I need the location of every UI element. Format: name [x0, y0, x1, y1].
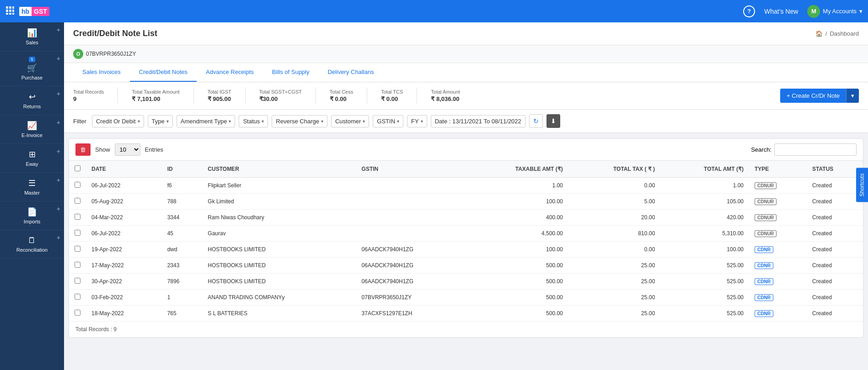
row-checkbox[interactable]	[75, 182, 80, 188]
select-all-checkbox[interactable]	[75, 165, 80, 171]
filter-customer[interactable]: Customer ▾	[331, 115, 369, 127]
whats-new-button[interactable]: What's New	[764, 8, 798, 15]
sidebar-item-reconciliation[interactable]: 🗒 Reconciliation +	[0, 230, 64, 259]
eway-icon: ⊞	[29, 149, 36, 159]
row-checkbox[interactable]	[75, 310, 80, 316]
sidebar-item-label: Returns	[23, 104, 41, 109]
row-customer: Gk Limited	[202, 194, 356, 210]
row-checkbox-cell[interactable]	[69, 226, 86, 242]
plus-icon[interactable]: +	[57, 55, 60, 62]
table-row[interactable]: 17-May-2022 2343 HOSTBOOKS LIMITED 06AAD…	[69, 258, 863, 274]
table-row[interactable]: 18-May-2022 765 S L BATTERIES 37ACXFS129…	[69, 306, 863, 322]
delete-button[interactable]: 🗑	[75, 143, 91, 156]
row-checkbox[interactable]	[75, 214, 80, 220]
table-row[interactable]: 19-Apr-2022 dwd HOSTBOOKS LIMITED 06AADC…	[69, 242, 863, 258]
select-all-header[interactable]	[69, 161, 86, 178]
create-btn-dropdown-arrow[interactable]: ▾	[846, 89, 859, 103]
table-row[interactable]: 04-Mar-2022 3344 Ram Niwas Choudhary 400…	[69, 210, 863, 226]
row-checkbox-cell[interactable]	[69, 194, 86, 210]
logo[interactable]: hb GST	[19, 7, 49, 16]
row-checkbox[interactable]	[75, 246, 80, 252]
tab-advance-receipts[interactable]: Advance Receipts	[197, 63, 263, 82]
row-date: 06-Jul-2022	[86, 178, 162, 194]
filter-date-range[interactable]: Date : 13/11/2021 To 08/11/2022	[431, 115, 525, 127]
search-input[interactable]	[774, 143, 857, 156]
row-checkbox[interactable]	[75, 230, 80, 236]
sidebar-item-master[interactable]: ☰ Master +	[0, 173, 64, 201]
entries-select[interactable]: 10 25 50 100	[115, 143, 140, 156]
plus-icon[interactable]: +	[57, 26, 60, 33]
plus-icon[interactable]: +	[57, 119, 60, 126]
filter-reverse-charge[interactable]: Reverse Charge ▾	[272, 115, 327, 127]
grid-icon[interactable]	[5, 6, 15, 16]
my-accounts-button[interactable]: M My Accounts ▾	[807, 5, 863, 18]
sidebar-item-eway[interactable]: ⊞ Eway +	[0, 144, 64, 173]
plus-icon[interactable]: +	[57, 90, 60, 97]
purchase-badge: 5	[29, 57, 35, 62]
create-cr-dr-note-button[interactable]: + Create Cr/Dr Note	[780, 89, 846, 103]
filter-status[interactable]: Status ▾	[239, 115, 268, 127]
download-button[interactable]: ⬇	[547, 114, 560, 128]
plus-icon[interactable]: +	[57, 205, 60, 212]
filter-amendment-type[interactable]: Amendment Type ▾	[177, 115, 236, 127]
table-row[interactable]: 06-Jul-2022 45 Gaurav 4,500.00 810.00 5,…	[69, 226, 863, 242]
sidebar: 📊 Sales + 5 🛒 Purchase + ↩ Returns + 📈 E…	[0, 22, 64, 343]
dropdown-arrow-icon: ▾	[262, 119, 264, 124]
table-row[interactable]: 05-Aug-2022 788 Gk Limited 100.00 5.00 1…	[69, 194, 863, 210]
shortcuts-tab[interactable]: Shortcuts	[856, 168, 868, 202]
row-checkbox-cell[interactable]	[69, 258, 86, 274]
tab-bills-of-supply[interactable]: Bills of Supply	[263, 63, 319, 82]
sidebar-item-label: Purchase	[21, 75, 43, 80]
row-customer: Ram Niwas Choudhary	[202, 210, 356, 226]
tab-delivery-challans[interactable]: Delivery Challans	[318, 63, 383, 82]
plus-icon[interactable]: +	[57, 176, 60, 184]
sidebar-item-returns[interactable]: ↩ Returns +	[0, 86, 64, 115]
row-checkbox-cell[interactable]	[69, 178, 86, 194]
row-checkbox[interactable]	[75, 262, 80, 268]
type-badge: CDNR	[755, 278, 773, 285]
row-taxable-amt: 500.00	[466, 290, 568, 306]
plus-icon[interactable]: +	[57, 148, 60, 155]
row-checkbox[interactable]	[75, 278, 80, 284]
plus-icon[interactable]: +	[57, 234, 60, 241]
tab-sales-invoices[interactable]: Sales Invoices	[73, 63, 130, 82]
row-checkbox-cell[interactable]	[69, 290, 86, 306]
svg-rect-8	[12, 13, 14, 15]
sidebar-item-imports[interactable]: 📄 Imports +	[0, 201, 64, 230]
refresh-button[interactable]: ↻	[529, 114, 543, 128]
row-checkbox[interactable]	[75, 294, 80, 300]
help-icon[interactable]: ?	[743, 5, 755, 17]
row-total-amt: 525.00	[660, 258, 749, 274]
row-type: CDNUR	[749, 226, 807, 242]
sidebar-item-sales[interactable]: 📊 Sales +	[0, 22, 64, 51]
row-checkbox-cell[interactable]	[69, 242, 86, 258]
tab-credit-debit-notes[interactable]: Credit/Debit Notes	[130, 63, 197, 82]
filter-fy[interactable]: FY ▾	[407, 115, 427, 127]
row-checkbox-cell[interactable]	[69, 306, 86, 322]
row-total-amt: 525.00	[660, 290, 749, 306]
date-range-label: Date : 13/11/2021 To 08/11/2022	[435, 118, 521, 125]
filter-type[interactable]: Type ▾	[148, 115, 173, 127]
summary-total-records: Total Records 9	[73, 89, 104, 102]
logo-gst: GST	[32, 7, 49, 16]
credit-or-debit-label: Credit Or Debit	[96, 118, 136, 125]
table-row[interactable]: 06-Jul-2022 f6 Flipkart Seller 1.00 0.00…	[69, 178, 863, 194]
row-taxable-amt: 4,500.00	[466, 226, 568, 242]
table-row[interactable]: 03-Feb-2022 1 ANAND TRADING COMPANYy 07B…	[69, 290, 863, 306]
filter-gstin[interactable]: GSTIN ▾	[373, 115, 403, 127]
home-icon[interactable]: 🏠	[815, 30, 823, 37]
row-checkbox[interactable]	[75, 198, 80, 204]
row-date: 30-Apr-2022	[86, 274, 162, 290]
table-row[interactable]: 30-Apr-2022 7896 HOSTBOOKS LIMITED 06AAD…	[69, 274, 863, 290]
row-status: Created	[807, 242, 863, 258]
sidebar-item-purchase[interactable]: 5 🛒 Purchase +	[0, 51, 64, 86]
sidebar-item-einvoice[interactable]: 📈 E-Invoice +	[0, 115, 64, 144]
row-date: 18-May-2022	[86, 306, 162, 322]
einvoice-icon: 📈	[27, 121, 37, 131]
taxable-label: Total Taxable Amount	[132, 89, 179, 95]
igst-value: ₹ 905.00	[208, 95, 231, 102]
row-checkbox-cell[interactable]	[69, 274, 86, 290]
row-checkbox-cell[interactable]	[69, 210, 86, 226]
filter-credit-or-debit[interactable]: Credit Or Debit ▾	[92, 115, 144, 127]
row-date: 04-Mar-2022	[86, 210, 162, 226]
